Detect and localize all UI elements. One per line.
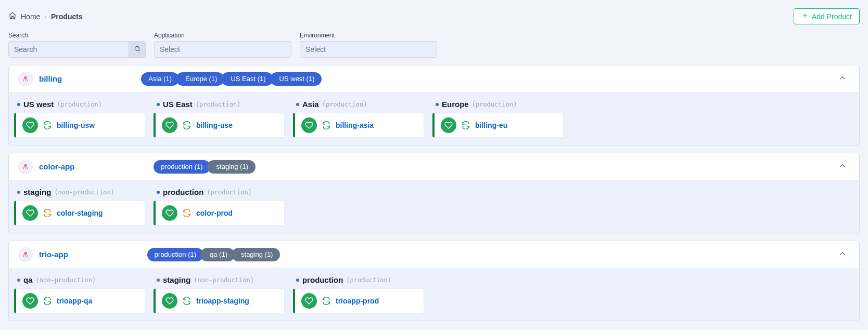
heart-icon	[441, 117, 456, 133]
collapse-toggle[interactable]	[835, 72, 850, 86]
sync-icon	[43, 297, 52, 305]
environment-column: Europe (production) billing-eu	[432, 100, 564, 138]
chevron-up-icon	[838, 249, 847, 260]
env-type: (non-production)	[54, 189, 114, 196]
breadcrumb-separator: ›	[44, 12, 47, 21]
app-link[interactable]: billing-eu	[475, 121, 507, 129]
heart-icon	[162, 293, 177, 309]
chevron-up-icon	[838, 73, 847, 84]
search-box	[8, 41, 146, 58]
app-card[interactable]: billing-asia	[293, 113, 424, 138]
sync-icon	[322, 121, 330, 129]
product-group: billing Asia (1)Europe (1)US East (1)US …	[8, 65, 860, 146]
breadcrumb-home[interactable]: Home	[21, 12, 40, 21]
sync-icon	[183, 121, 191, 129]
application-select[interactable]: Select	[154, 41, 291, 58]
heart-icon	[162, 205, 177, 221]
app-link[interactable]: billing-usw	[57, 121, 95, 129]
app-link[interactable]: trioapp-staging	[196, 297, 249, 305]
product-icon	[18, 72, 33, 86]
app-card[interactable]: billing-usw	[14, 113, 145, 138]
env-name: US East	[163, 100, 193, 109]
env-name: staging	[23, 188, 51, 196]
app-card[interactable]: trioapp-prod	[293, 288, 424, 313]
application-label: Application	[154, 32, 291, 39]
app-link[interactable]: billing-use	[196, 121, 233, 129]
sync-icon	[183, 209, 191, 217]
add-product-label: Add Product	[812, 12, 852, 21]
env-name: production	[163, 188, 203, 196]
env-dot-icon	[157, 191, 160, 194]
sync-icon	[322, 297, 330, 305]
collapse-toggle[interactable]	[835, 160, 850, 174]
env-type: (production)	[207, 189, 252, 196]
search-input[interactable]	[9, 42, 129, 57]
app-card[interactable]: trioapp-staging	[154, 288, 285, 313]
env-chip[interactable]: staging (1)	[232, 248, 280, 261]
environment-column: staging (non-production) trioapp-staging	[154, 275, 285, 313]
env-chip[interactable]: Asia (1)	[141, 72, 179, 86]
add-product-button[interactable]: Add Product	[794, 8, 860, 24]
app-link[interactable]: color-prod	[196, 209, 233, 217]
heart-icon	[301, 117, 317, 133]
env-chip[interactable]: US west (1)	[270, 72, 322, 86]
environment-column: production (production) trioapp-prod	[293, 275, 424, 313]
env-name: US west	[23, 100, 54, 109]
env-dot-icon	[157, 103, 160, 106]
env-dot-icon	[157, 279, 160, 282]
app-card[interactable]: billing-eu	[432, 113, 564, 138]
env-chip[interactable]: production (1)	[154, 160, 210, 174]
product-group: color-app production (1)staging (1) stag…	[8, 153, 860, 233]
collapse-toggle[interactable]	[835, 247, 850, 262]
svg-point-0	[135, 46, 139, 50]
environment-select[interactable]: Select	[300, 41, 437, 58]
env-chips: production (1)staging (1)	[154, 160, 256, 174]
plus-icon	[801, 12, 809, 21]
environment-select-placeholder: Select	[305, 45, 326, 54]
app-link[interactable]: trioapp-prod	[336, 297, 379, 305]
environment-column: qa (non-production) trioapp-qa	[14, 275, 145, 313]
env-name: qa	[23, 275, 33, 284]
svg-point-3	[24, 252, 27, 254]
environment-column: Asia (production) billing-asia	[293, 100, 424, 138]
env-dot-icon	[296, 279, 299, 282]
search-label: Search	[8, 32, 146, 39]
env-chip[interactable]: staging (1)	[207, 160, 256, 174]
env-name: Europe	[442, 100, 469, 109]
product-title[interactable]: trio-app	[39, 250, 68, 259]
app-card[interactable]: billing-use	[154, 113, 285, 138]
app-card[interactable]: color-staging	[14, 201, 145, 226]
env-chips: Asia (1)Europe (1)US East (1)US west (1)	[141, 72, 322, 86]
env-name: Asia	[302, 100, 319, 109]
heart-icon	[22, 205, 38, 221]
env-name: staging	[163, 275, 190, 284]
breadcrumb: Home › Products	[8, 11, 83, 21]
chevron-up-icon	[838, 161, 847, 172]
svg-point-2	[24, 164, 27, 166]
env-chip[interactable]: Europe (1)	[176, 72, 224, 86]
app-link[interactable]: trioapp-qa	[57, 297, 92, 305]
environment-column: US East (production) billing-use	[154, 100, 285, 138]
sync-icon	[43, 209, 52, 217]
search-button[interactable]	[129, 42, 145, 57]
app-card[interactable]: color-prod	[154, 201, 285, 226]
product-title[interactable]: billing	[39, 74, 62, 83]
app-link[interactable]: billing-asia	[336, 121, 374, 129]
env-type: (non-production)	[36, 276, 96, 284]
env-type: (production)	[57, 101, 102, 108]
environment-column: staging (non-production) color-staging	[14, 188, 145, 226]
sync-icon	[183, 297, 191, 305]
env-chip[interactable]: US East (1)	[221, 72, 273, 86]
env-dot-icon	[296, 103, 299, 106]
product-title[interactable]: color-app	[39, 162, 74, 171]
product-icon	[18, 247, 33, 262]
product-group: trio-app production (1)qa (1)staging (1)…	[8, 241, 860, 321]
heart-icon	[301, 293, 317, 309]
env-chip[interactable]: qa (1)	[200, 248, 235, 261]
app-card[interactable]: trioapp-qa	[14, 288, 145, 313]
env-chip[interactable]: production (1)	[147, 248, 203, 261]
environment-column: production (production) color-prod	[154, 188, 285, 226]
app-link[interactable]: color-staging	[57, 209, 103, 217]
home-icon	[8, 11, 17, 21]
environment-label: Environment	[300, 32, 437, 39]
